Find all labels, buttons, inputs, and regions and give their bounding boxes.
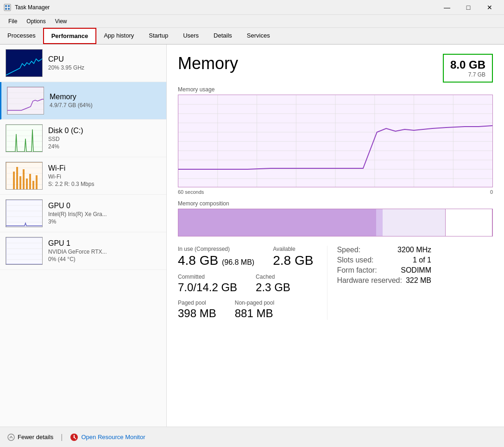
gpu0-thumbnail	[6, 199, 43, 227]
svg-rect-25	[26, 179, 28, 189]
comp-free	[445, 209, 492, 236]
svg-point-55	[8, 434, 14, 441]
fewer-details-button[interactable]: Fewer details	[7, 434, 53, 441]
cpu-label: CPU	[48, 55, 161, 64]
open-resource-monitor-link[interactable]: Open Resource Monitor	[70, 433, 145, 441]
in-use-block: In use (Compressed) 4.8 GB (96.8 MB)	[178, 246, 254, 268]
speed-key: Speed:	[337, 246, 360, 254]
stats-section: In use (Compressed) 4.8 GB (96.8 MB) Ava…	[178, 246, 493, 320]
cached-value: 2.3 GB	[256, 281, 290, 294]
stats-left: In use (Compressed) 4.8 GB (96.8 MB) Ava…	[178, 246, 313, 320]
sidebar: CPU 20% 3.95 GHz Memory 4	[0, 45, 167, 427]
disk-sub1: SSD	[48, 136, 161, 142]
nonpaged-label: Non-paged pool	[235, 300, 274, 306]
committed-block: Committed 7.0/14.2 GB	[178, 274, 237, 294]
svg-rect-2	[8, 5, 10, 7]
minimize-button[interactable]: —	[436, 0, 458, 15]
graph-label: Memory usage	[178, 86, 493, 93]
tab-services[interactable]: Services	[239, 28, 277, 44]
sidebar-item-memory[interactable]: Memory 4.9/7.7 GB (64%)	[0, 82, 166, 120]
svg-rect-24	[23, 169, 25, 189]
comp-modified	[376, 209, 383, 236]
separator: |	[61, 433, 63, 441]
wifi-sub2: S: 2.2 R: 0.3 Mbps	[48, 181, 161, 187]
memory-total-box: 8.0 GB 7.7 GB	[443, 54, 493, 83]
tab-startup[interactable]: Startup	[141, 28, 176, 44]
svg-rect-34	[6, 237, 43, 265]
svg-rect-27	[32, 181, 34, 189]
gpu1-sub2: 0% (44 °C)	[48, 256, 161, 262]
memory-header: Memory 8.0 GB 7.7 GB	[178, 54, 493, 83]
close-button[interactable]: ✕	[479, 0, 500, 15]
wifi-thumbnail	[6, 162, 43, 190]
paged-label: Paged pool	[178, 300, 216, 306]
svg-rect-26	[29, 174, 31, 189]
slots-key: Slots used:	[337, 256, 373, 264]
sidebar-item-cpu[interactable]: CPU 20% 3.95 GHz	[0, 45, 166, 82]
gpu0-sub2: 3%	[48, 218, 161, 225]
svg-rect-23	[19, 176, 21, 189]
sidebar-item-gpu1[interactable]: GPU 1 NVIDIA GeForce RTX... 0% (44 °C)	[0, 232, 166, 270]
info-right: Speed: 3200 MHz Slots used: 1 of 1 Form …	[327, 246, 431, 320]
cpu-thumbnail	[6, 49, 43, 77]
sidebar-item-gpu0[interactable]: GPU 0 Intel(R) Iris(R) Xe Gra... 3%	[0, 195, 166, 232]
cpu-sub: 20% 3.95 GHz	[48, 64, 161, 71]
nonpaged-value: 881 MB	[235, 307, 274, 320]
gpu0-label: GPU 0	[48, 202, 161, 210]
time-start: 60 seconds	[178, 189, 204, 195]
sidebar-item-wifi[interactable]: Wi-Fi Wi-Fi S: 2.2 R: 0.3 Mbps	[0, 157, 166, 195]
menu-view[interactable]: View	[50, 16, 72, 26]
hw-key: Hardware reserved:	[337, 276, 402, 285]
taskmanager-icon	[4, 4, 11, 11]
svg-rect-1	[5, 5, 7, 7]
tab-app-history[interactable]: App history	[96, 28, 141, 44]
available-value: 2.8 GB	[273, 253, 313, 268]
memory-total-value: 8.0 GB	[450, 58, 485, 71]
composition-bar	[178, 209, 493, 236]
in-use-label: In use (Compressed)	[178, 246, 254, 252]
chevron-up-icon	[7, 434, 15, 441]
tab-users[interactable]: Users	[176, 28, 206, 44]
memory-title: Memory	[178, 54, 238, 73]
svg-rect-3	[5, 8, 7, 10]
wifi-sub1: Wi-Fi	[48, 173, 161, 180]
maximize-button[interactable]: □	[458, 0, 479, 15]
svg-rect-11	[6, 125, 43, 152]
tab-processes[interactable]: Processes	[0, 28, 43, 44]
tab-performance[interactable]: Performance	[43, 28, 96, 44]
hw-val: 322 MB	[406, 276, 431, 285]
resource-monitor-icon	[70, 433, 78, 441]
form-val: SODIMM	[401, 266, 431, 275]
memory-total-sub: 7.7 GB	[450, 71, 485, 78]
menu-options[interactable]: Options	[22, 16, 50, 26]
cached-block: Cached 2.3 GB	[256, 274, 290, 294]
composition-label: Memory composition	[178, 200, 493, 207]
menu-file[interactable]: File	[4, 16, 22, 26]
time-end: 0	[490, 189, 493, 195]
svg-rect-28	[36, 175, 38, 189]
tabbar: Processes Performance App history Startu…	[0, 28, 504, 45]
fewer-details-label: Fewer details	[18, 434, 53, 441]
titlebar: Task Manager — □ ✕	[0, 0, 504, 15]
svg-point-59	[74, 436, 75, 438]
slots-val: 1 of 1	[413, 256, 431, 264]
titlebar-controls: — □ ✕	[436, 0, 500, 15]
committed-value: 7.0/14.2 GB	[178, 281, 237, 294]
bottombar: Fewer details | Open Resource Monitor	[0, 427, 504, 447]
nonpaged-block: Non-paged pool 881 MB	[235, 300, 274, 320]
disk-label: Disk 0 (C:)	[48, 127, 161, 135]
sidebar-item-disk[interactable]: Disk 0 (C:) SSD 24%	[0, 120, 166, 157]
committed-label: Committed	[178, 274, 237, 280]
window-title: Task Manager	[15, 4, 50, 11]
comp-standby	[383, 209, 446, 236]
form-key: Form factor:	[337, 266, 377, 275]
tab-details[interactable]: Details	[206, 28, 239, 44]
cached-label: Cached	[256, 274, 290, 280]
paged-block: Paged pool 398 MB	[178, 300, 216, 320]
available-label: Available	[273, 246, 313, 252]
titlebar-left: Task Manager	[4, 4, 50, 11]
open-resource-label: Open Resource Monitor	[81, 434, 145, 441]
comp-in-use	[178, 209, 376, 236]
gpu1-label: GPU 1	[48, 239, 161, 248]
memory-sub: 4.9/7.7 GB (64%)	[50, 102, 161, 109]
